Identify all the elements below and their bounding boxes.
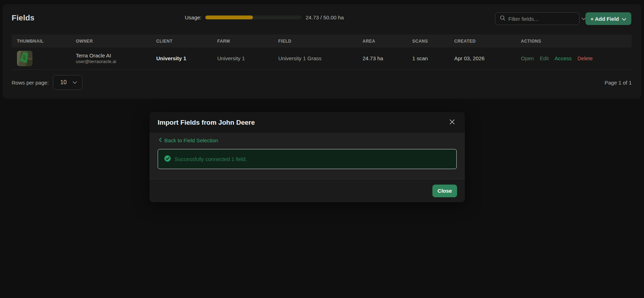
modal-title: Import Fields from John Deere	[158, 119, 255, 126]
table-row[interactable]: Terra Oracle AI user@terraoracle.ai Univ…	[12, 48, 632, 69]
owner-email: user@terraoracle.ai	[76, 59, 151, 65]
col-header-client: CLIENT	[151, 35, 212, 48]
col-header-farm: FARM	[212, 35, 273, 48]
col-header-field: FIELD	[273, 35, 357, 48]
back-link-label: Back to Field Selection	[164, 137, 218, 143]
filter-fields-input[interactable]	[508, 16, 578, 22]
field-thumbnail[interactable]	[17, 51, 32, 66]
rows-per-page-label: Rows per page:	[12, 80, 49, 86]
rows-per-page-value: 10	[60, 79, 67, 86]
success-banner: Successfully connected 1 field.	[158, 149, 457, 169]
usage-progress-fill	[205, 15, 253, 19]
filter-fields-combobox[interactable]	[495, 12, 579, 25]
add-field-label: + Add Field	[590, 16, 619, 22]
close-button[interactable]: Close	[432, 185, 457, 197]
col-header-owner: OWNER	[71, 35, 151, 48]
modal-body: Back to Field Selection Successfully con…	[150, 133, 465, 179]
usage-meter: Usage: 24.73 / 50.00 ha	[185, 14, 344, 20]
table-pagination-bar: Rows per page: 10 Page 1 of 1	[12, 74, 632, 91]
page-title: Fields	[12, 13, 35, 23]
delete-action-link[interactable]: Delete	[577, 55, 593, 61]
col-header-thumbnail: THUMBNAIL	[12, 35, 71, 48]
open-action-link[interactable]: Open	[521, 55, 534, 61]
back-to-field-selection-link[interactable]: Back to Field Selection	[150, 133, 227, 143]
add-field-button[interactable]: + Add Field	[585, 12, 631, 25]
chevron-down-icon	[622, 16, 626, 22]
chevron-left-icon	[159, 137, 162, 143]
cell-scans: 1 scan	[407, 48, 449, 69]
usage-progress-track	[205, 15, 302, 19]
usage-value: 24.73 / 50.00 ha	[306, 14, 344, 20]
modal-footer: Close	[150, 179, 465, 202]
cell-created: Apr 03, 2026	[449, 48, 516, 69]
fields-table: THUMBNAIL OWNER CLIENT FARM FIELD AREA S…	[12, 35, 632, 70]
cell-actions: Open Edit Access Delete	[516, 48, 632, 69]
col-header-scans: SCANS	[407, 35, 449, 48]
col-header-actions: ACTIONS	[516, 35, 632, 48]
cell-field: University 1 Grass	[273, 48, 357, 69]
import-fields-modal: Import Fields from John Deere Back to Fi…	[150, 112, 465, 202]
cell-client: University 1	[151, 48, 212, 69]
access-action-link[interactable]: Access	[554, 55, 571, 61]
close-icon[interactable]	[449, 118, 456, 126]
col-header-created: CREATED	[449, 35, 516, 48]
owner-name: Terra Oracle AI	[76, 52, 151, 59]
fields-card: Fields Usage: 24.73 / 50.00 ha + Add Fie…	[3, 4, 641, 99]
cell-area: 24.73 ha	[357, 48, 407, 69]
modal-header: Import Fields from John Deere	[150, 112, 465, 133]
cell-farm: University 1	[212, 48, 273, 69]
usage-label: Usage:	[185, 14, 202, 20]
chevron-down-icon	[72, 79, 77, 86]
page-info: Page 1 of 1	[604, 80, 632, 86]
toolbar: + Add Field	[495, 12, 631, 25]
col-header-area: AREA	[357, 35, 407, 48]
success-message: Successfully connected 1 field.	[175, 156, 247, 162]
edit-action-link[interactable]: Edit	[540, 55, 549, 61]
search-icon	[500, 15, 505, 22]
check-circle-icon	[164, 155, 171, 163]
table-header-row: THUMBNAIL OWNER CLIENT FARM FIELD AREA S…	[12, 35, 632, 48]
rows-per-page-select[interactable]: 10	[53, 75, 83, 90]
